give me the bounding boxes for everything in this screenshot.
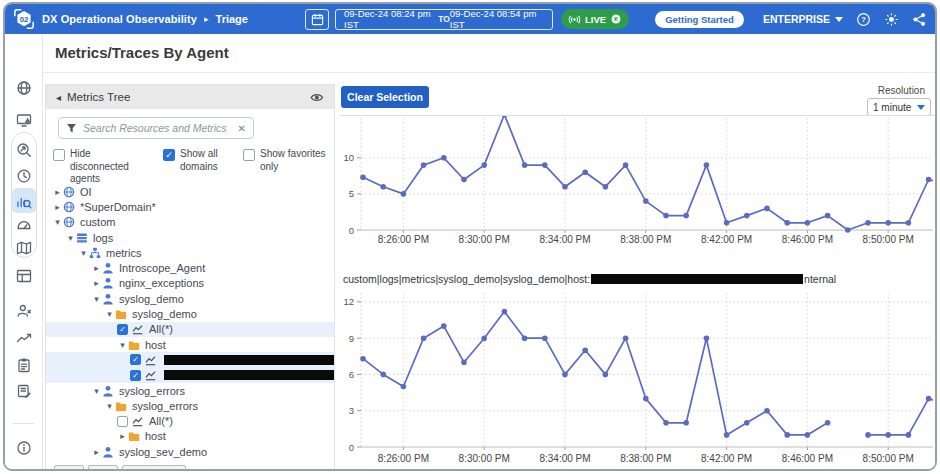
help-icon[interactable]: ? <box>856 12 871 27</box>
svg-text:8:26:00 PM: 8:26:00 PM <box>378 234 429 245</box>
tree-node-label: syslog_errors <box>132 400 198 412</box>
layout-icon[interactable] <box>16 268 32 284</box>
agent-icon <box>102 262 115 274</box>
metric-checkbox[interactable]: ✓ <box>117 324 128 335</box>
collapse-node-icon[interactable]: ▾ <box>65 233 76 243</box>
collapse-node-icon[interactable]: ▾ <box>104 309 115 319</box>
metric-checkbox[interactable] <box>117 416 128 427</box>
tree-node-Introscope_Agent[interactable]: ▸Introscope_Agent <box>46 260 334 275</box>
tree-node-nginx_exceptions[interactable]: ▸nginx_exceptions <box>46 276 334 291</box>
chart-2-title-prefix: custom|logs|metrics|syslog_demo|syslog_d… <box>343 273 590 285</box>
svg-text:?: ? <box>861 15 866 24</box>
tree-node-All(*)[interactable]: ✓All(*) <box>46 322 334 337</box>
svg-text:02: 02 <box>20 15 29 24</box>
screen-alert-icon[interactable] <box>16 112 32 128</box>
tree-node-custom[interactable]: ▾custom <box>46 215 334 230</box>
app-window: 02 DX Operational Observability ▸ Triage… <box>3 2 937 471</box>
domain-icon <box>63 186 76 198</box>
product-name: DX Operational Observability <box>42 13 197 25</box>
svg-text:9: 9 <box>349 333 354 344</box>
getting-started-button[interactable]: Getting Started <box>655 11 744 28</box>
tree-node-*SuperDomain*[interactable]: ▸*SuperDomain* <box>46 199 334 214</box>
globe-icon[interactable] <box>16 80 32 96</box>
calendar-button[interactable] <box>305 9 329 30</box>
collapse-node-icon[interactable]: ▾ <box>78 248 89 258</box>
expand-node-icon[interactable]: ▸ <box>91 278 102 288</box>
tree-node-OI[interactable]: ▸OI <box>46 184 334 199</box>
trace-search-icon[interactable] <box>16 142 32 158</box>
filter-label: Hide disconnected agents <box>70 148 135 186</box>
agent-icon[interactable] <box>16 303 32 319</box>
collapse-panel-icon[interactable]: ◂ <box>56 92 61 103</box>
dx-o2-logo[interactable]: 02 <box>13 8 35 30</box>
tree-node-label: All(*) <box>149 415 173 427</box>
collapse-node-icon[interactable]: ▾ <box>104 401 115 411</box>
clear-search-icon[interactable]: ✕ <box>238 123 246 134</box>
notes-icon[interactable] <box>16 383 32 399</box>
resolution-dropdown[interactable]: 1 minute <box>867 98 931 116</box>
metric-checkbox[interactable]: ✓ <box>130 354 141 365</box>
info-icon[interactable] <box>16 440 32 456</box>
tree-node-syslog_errors[interactable]: ▾syslog_errors <box>46 383 334 398</box>
tree-node-All(*)[interactable]: All(*) <box>46 413 334 428</box>
live-close-icon[interactable] <box>610 13 622 25</box>
tree-node-logs[interactable]: ▾logs <box>46 230 334 245</box>
tree-node-syslog_demo[interactable]: ▾syslog_demo <box>46 291 334 306</box>
filter-show-favorites[interactable]: Show favorites only <box>243 148 329 173</box>
collapse-node-icon[interactable]: ▾ <box>91 294 102 304</box>
eye-icon[interactable] <box>310 92 324 103</box>
folder-icon <box>115 308 128 320</box>
share-icon[interactable] <box>912 12 927 27</box>
breadcrumb-section[interactable]: Triage <box>216 13 248 25</box>
gauge-icon[interactable] <box>16 217 32 233</box>
chart-2: 0369128:26:00 PM8:30:00 PM8:34:00 PM8:38… <box>339 291 933 469</box>
tree-node-label: syslog_demo <box>132 308 197 320</box>
expand-node-icon[interactable]: ▸ <box>117 431 128 441</box>
chevron-down-icon <box>835 17 843 22</box>
tenant-label: ENTERPRISE <box>763 13 830 25</box>
tree-footer-button[interactable] <box>88 465 118 469</box>
tree-footer-button[interactable] <box>54 465 84 469</box>
checkbox[interactable] <box>243 149 255 161</box>
tree-node-syslog_demo[interactable]: ▾syslog_demo <box>46 306 334 321</box>
expand-node-icon[interactable]: ▸ <box>91 447 102 457</box>
tree-node-host[interactable]: ▾host <box>46 337 334 352</box>
settings-icon[interactable] <box>16 468 32 471</box>
expand-node-icon[interactable]: ▸ <box>52 187 63 197</box>
tree-node-host[interactable]: ▸host <box>46 429 334 444</box>
metrics-tree-panel: ◂ Metrics Tree ✕ Hide disconnected agent… <box>45 84 335 469</box>
expand-node-icon[interactable]: ▸ <box>91 263 102 273</box>
page-title: Metrics/Traces By Agent <box>55 44 229 61</box>
theme-icon[interactable] <box>884 12 899 27</box>
tree-node-metrics[interactable]: ▾metrics <box>46 245 334 260</box>
search-input[interactable] <box>83 122 232 134</box>
map-icon[interactable] <box>16 240 32 256</box>
clock-icon[interactable] <box>16 168 32 184</box>
chart-1: 05108:26:00 PM8:30:00 PM8:34:00 PM8:38:0… <box>339 116 933 248</box>
collapse-node-icon[interactable]: ▾ <box>52 217 63 227</box>
expand-node-icon[interactable]: ▸ <box>52 202 63 212</box>
tree-node-syslog_sev_demo[interactable]: ▸syslog_sev_demo <box>46 444 334 459</box>
collapse-node-icon[interactable]: ▾ <box>91 386 102 396</box>
filter-show-all-domains[interactable]: ✓ Show all domains <box>163 148 231 173</box>
time-range-picker[interactable]: 09-Dec-24 08:24 pm IST TO 09-Dec-24 08:5… <box>335 9 553 30</box>
tree-node-label: *SuperDomain* <box>80 201 156 213</box>
tenant-dropdown[interactable]: ENTERPRISE <box>763 13 843 25</box>
checkbox[interactable] <box>53 149 65 161</box>
collapse-node-icon[interactable]: ▾ <box>117 340 128 350</box>
metric-checkbox[interactable]: ✓ <box>130 370 141 381</box>
metric-explorer-icon[interactable] <box>16 193 32 209</box>
filter-hide-disconnected[interactable]: Hide disconnected agents <box>53 148 135 186</box>
tree-node-label: syslog_demo <box>119 293 184 305</box>
live-badge[interactable]: LIVE <box>561 9 629 29</box>
tree-node-redacted[interactable]: ✓ <box>46 352 334 367</box>
domain-icon <box>63 201 76 213</box>
tree-footer-button[interactable] <box>122 465 186 469</box>
trend-icon[interactable] <box>16 330 32 346</box>
checkbox[interactable]: ✓ <box>163 149 175 161</box>
tree-node-redacted[interactable]: ✓ <box>46 368 334 383</box>
clear-selection-button[interactable]: Clear Selection <box>341 86 429 108</box>
tree-node-syslog_errors[interactable]: ▾syslog_errors <box>46 398 334 413</box>
clipboard-icon[interactable] <box>16 357 32 373</box>
svg-text:10: 10 <box>343 152 354 163</box>
